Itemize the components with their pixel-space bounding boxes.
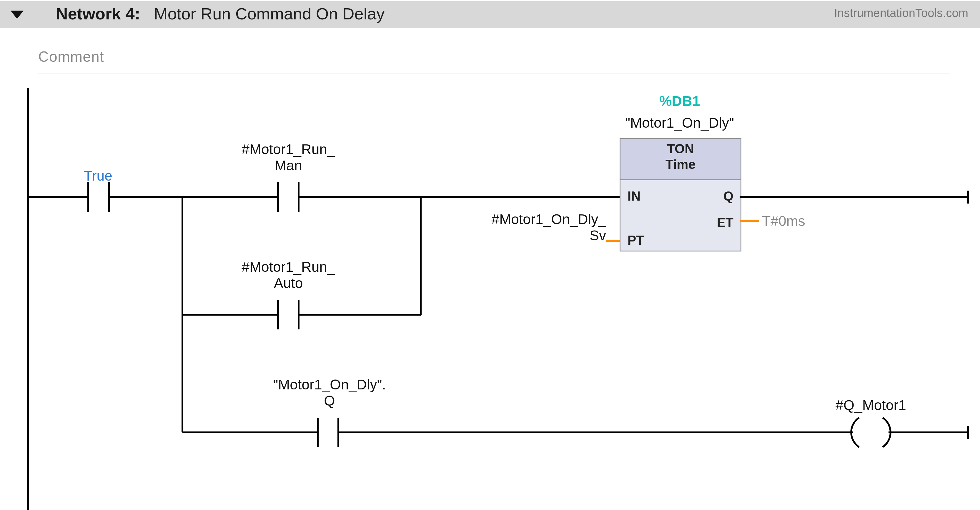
q-motor1-coil-label: #Q_Motor1	[830, 397, 912, 413]
timer-pt-value-label: #Motor1_On_Dly_ Sv	[453, 211, 606, 243]
collapse-chevron-icon[interactable]	[8, 6, 26, 24]
port-pt: PT	[628, 233, 644, 248]
svg-marker-0	[11, 11, 24, 19]
ladder-canvas	[0, 0, 980, 510]
network-title-row: Network 4: Motor Run Command On Delay	[56, 4, 385, 23]
on-dly-q-contact-label: "Motor1_On_Dly". Q	[250, 377, 409, 409]
on-dly-q-contact[interactable]	[312, 412, 344, 453]
network-title: Motor Run Command On Delay	[154, 5, 385, 23]
timer-subtype: Time	[620, 157, 741, 172]
q-motor1-coil[interactable]	[850, 412, 891, 453]
run-auto-contact-label: #Motor1_Run_ Auto	[224, 259, 353, 291]
timer-db-address: %DB1	[638, 93, 721, 109]
network-header[interactable]: Network 4: Motor Run Command On Delay In…	[0, 0, 980, 28]
comment-divider	[38, 73, 950, 74]
comment-input[interactable]: Comment	[38, 48, 104, 65]
true-contact[interactable]	[83, 176, 115, 218]
timer-header: TON Time	[620, 139, 741, 180]
run-man-contact[interactable]	[272, 176, 304, 218]
port-q: Q	[724, 189, 733, 203]
network-label: Network 4:	[56, 5, 140, 23]
timer-et-value-label: T#0ms	[762, 213, 805, 229]
watermark-text: InstrumentationTools.com	[834, 6, 968, 20]
timer-db-name: "Motor1_On_Dly"	[612, 115, 747, 131]
ton-timer-block[interactable]: TON Time IN Q PT ET	[620, 138, 741, 251]
run-man-contact-label: #Motor1_Run_ Man	[224, 141, 353, 173]
port-et: ET	[717, 215, 733, 230]
port-in: IN	[628, 189, 641, 203]
run-auto-contact[interactable]	[272, 294, 304, 335]
timer-type: TON	[620, 141, 741, 157]
